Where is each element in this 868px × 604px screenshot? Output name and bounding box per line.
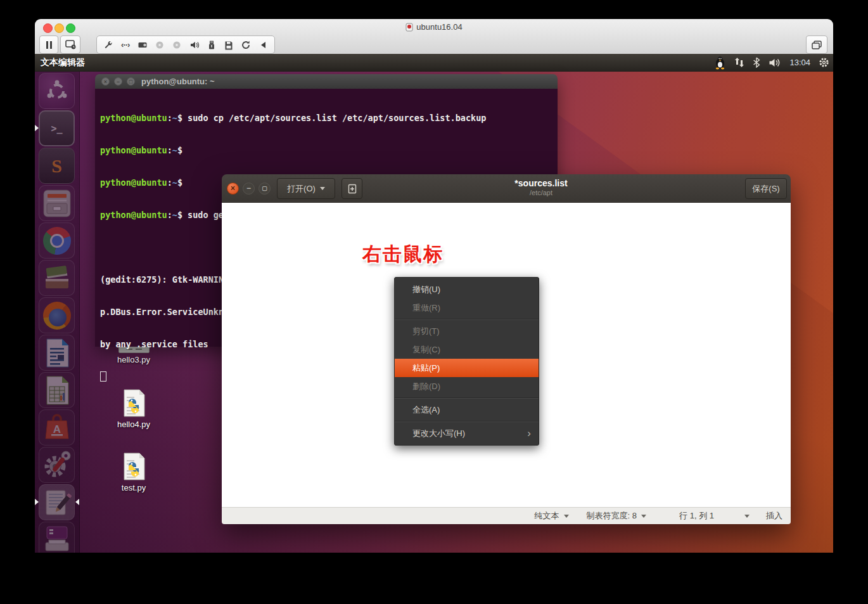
bluetooth-icon[interactable] (753, 57, 760, 68)
unity-launcher (35, 71, 80, 553)
window-title: ubuntu16.04 (35, 22, 833, 32)
document-path: /etc/apt (367, 189, 715, 196)
gedit-minimize-button[interactable]: − (243, 183, 255, 195)
doc-type-dropdown[interactable]: 纯文本 (535, 510, 569, 522)
cursor-position[interactable]: 行 1, 列 1 (679, 510, 714, 522)
menu-item-paste[interactable]: 粘贴(P) (395, 359, 539, 377)
vm-device-toolbar: ‹··› (96, 35, 275, 54)
pause-vm-button[interactable] (39, 35, 58, 54)
menu-item-select-all[interactable]: 全选(A) (395, 401, 539, 419)
tab-width-dropdown[interactable]: 制表符宽度: 8 (587, 510, 646, 522)
chevron-down-icon[interactable] (744, 515, 750, 518)
terminal-title: python@ubuntu: ~ (141, 77, 215, 86)
system-tray: 13:04 (714, 54, 829, 71)
running-indicator (35, 499, 39, 505)
vmware-window: ubuntu16.04 ‹··› (35, 19, 833, 553)
usb-device-icon[interactable] (206, 39, 217, 50)
sound-icon[interactable] (189, 39, 200, 50)
floppy-icon[interactable] (223, 39, 234, 50)
menu-item-undo[interactable]: 撤销(U) (395, 280, 539, 299)
refresh-icon[interactable] (241, 39, 252, 50)
chevron-down-icon (641, 515, 646, 518)
gedit-title-block: *sources.list /etc/apt (367, 178, 715, 196)
virtual-display-icon (65, 40, 76, 49)
menu-separator (395, 319, 539, 320)
gedit-close-button[interactable]: × (227, 183, 239, 195)
chevron-down-icon (320, 187, 325, 190)
file-label: hello4.py (99, 420, 169, 429)
hard-disk-icon[interactable] (137, 39, 148, 50)
mac-titlebar: ubuntu16.04 ‹··› (35, 19, 833, 55)
terminal-line: python@ubuntu:~$ (100, 145, 552, 156)
save-button[interactable]: 保存(S) (745, 178, 787, 199)
running-indicator (35, 125, 39, 131)
terminal-maximize-button[interactable]: □ (127, 77, 135, 86)
menu-item-cut[interactable]: 剪切(T) (395, 322, 539, 340)
menu-item-copy[interactable]: 复制(C) (395, 340, 539, 359)
desktop-file-test[interactable]: test.py (99, 452, 169, 492)
cd-drive-icon[interactable] (155, 39, 165, 50)
gedit-headerbar[interactable]: × − ▢ 打开(O) *sources.list /etc/apt 保存(S) (222, 174, 791, 203)
network-adapter-icon[interactable]: ‹··› (120, 39, 131, 50)
ubuntu-desktop: 文本编辑器 13:04 (35, 54, 833, 553)
annotation-text: 右击鼠标 (362, 241, 444, 267)
tux-icon[interactable] (714, 56, 726, 70)
submenu-arrow-icon: › (527, 424, 531, 442)
session-gear-icon[interactable] (819, 57, 829, 68)
panel-clock[interactable]: 13:04 (789, 58, 810, 67)
context-menu: 撤销(U) 重做(R) 剪切(T) 复制(C) 粘贴(P) 删除(D) 全选(A… (394, 277, 539, 446)
menu-item-change-case[interactable]: 更改大小写(H) › (395, 424, 539, 442)
input-mode[interactable]: 插入 (766, 510, 782, 522)
ubuntu-top-panel: 文本编辑器 13:04 (35, 54, 833, 72)
new-document-button[interactable] (341, 178, 362, 199)
menu-item-delete[interactable]: 删除(D) (395, 377, 539, 395)
gedit-maximize-button[interactable]: ▢ (258, 183, 271, 195)
menu-separator (395, 421, 539, 422)
collapse-toolbar-icon[interactable] (258, 39, 269, 50)
new-document-icon (347, 184, 357, 194)
file-label: test.py (99, 483, 169, 492)
settings-wrench-icon[interactable] (103, 39, 113, 50)
open-button[interactable]: 打开(O) (277, 178, 335, 199)
volume-icon[interactable] (769, 58, 781, 68)
cd-drive2-icon[interactable] (172, 39, 182, 50)
focused-app-title: 文本编辑器 (41, 57, 85, 68)
terminal-titlebar[interactable]: × − □ python@ubuntu: ~ (95, 74, 558, 89)
menu-item-redo[interactable]: 重做(R) (395, 299, 539, 317)
terminal-minimize-button[interactable]: − (114, 77, 122, 86)
terminal-close-button[interactable]: × (101, 77, 110, 86)
document-title: *sources.list (367, 178, 715, 188)
terminal-cursor (100, 371, 106, 382)
show-all-windows-button[interactable] (806, 35, 827, 54)
pause-icon (46, 41, 52, 49)
vm-os-icon (405, 23, 413, 32)
terminal-line: python@ubuntu:~$sudo cp /etc/apt/sources… (100, 113, 552, 124)
show-all-windows-icon (812, 41, 822, 49)
menu-separator (395, 397, 539, 399)
chevron-down-icon (564, 515, 569, 518)
virtual-display-button[interactable] (60, 35, 80, 54)
network-arrows-icon[interactable] (734, 57, 744, 68)
gedit-statusbar: 纯文本 制表符宽度: 8 行 1, 列 1 插入 (222, 507, 791, 524)
focused-indicator (75, 499, 79, 505)
python-file-icon (99, 452, 169, 481)
